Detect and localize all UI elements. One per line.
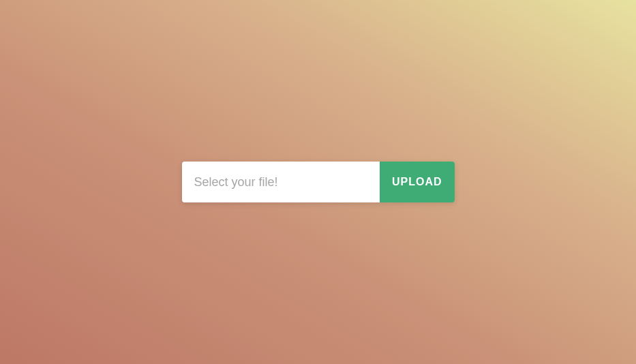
upload-form: Select your file! UPLOAD: [182, 162, 455, 202]
file-select-input[interactable]: Select your file!: [182, 162, 380, 202]
file-input-placeholder: Select your file!: [194, 175, 278, 189]
upload-button[interactable]: UPLOAD: [380, 162, 455, 202]
